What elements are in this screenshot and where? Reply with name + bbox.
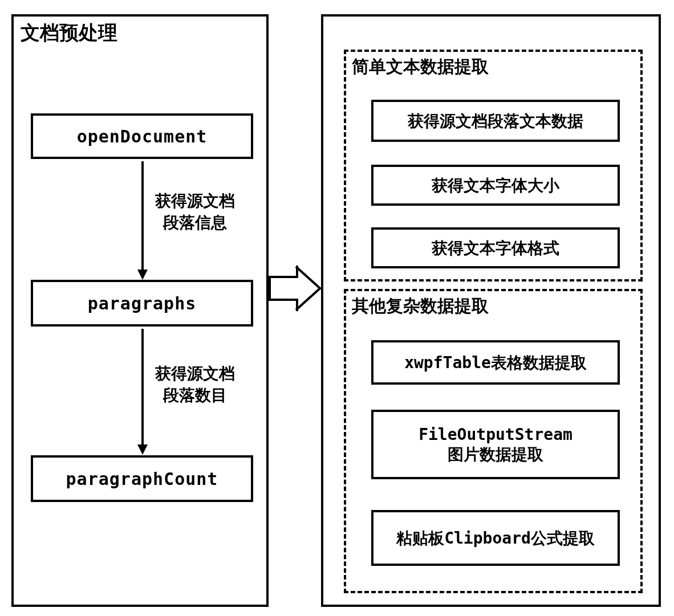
- step2-label: paragraphs: [88, 293, 197, 313]
- step1-label: openDocument: [77, 127, 208, 146]
- left-container: 文档预处理 openDocument 获得源文档 段落信息 paragraphs…: [11, 14, 269, 607]
- simple-title: 简单文本数据提取: [352, 55, 489, 79]
- arrow-2-head: [137, 444, 148, 455]
- big-arrow-right: [269, 266, 321, 311]
- diagram-root: 文档预处理 openDocument 获得源文档 段落信息 paragraphs…: [0, 0, 674, 616]
- arrow-2: [141, 329, 144, 446]
- arrow-1: [141, 161, 144, 271]
- arrow-2-label: 获得源文档 段落数目: [155, 363, 235, 406]
- simple-item-2: 获得文本字体大小: [371, 165, 620, 206]
- complex-item-2: FileOutputStream 图片数据提取: [371, 410, 620, 479]
- step-paragraph-count: paragraphCount: [31, 455, 253, 502]
- simple-item-1-label: 获得源文档段落文本数据: [408, 111, 583, 131]
- step-paragraphs: paragraphs: [31, 280, 253, 327]
- step-open-document: openDocument: [31, 113, 253, 159]
- complex-item-1-label: xwpfTable表格数据提取: [404, 353, 587, 373]
- arrow-1-head: [137, 270, 148, 280]
- simple-item-1: 获得源文档段落文本数据: [371, 100, 620, 142]
- step3-label: paragraphCount: [66, 469, 218, 489]
- simple-extract-box: 简单文本数据提取 获得源文档段落文本数据 获得文本字体大小 获得文本字体格式: [344, 50, 643, 282]
- simple-item-2-label: 获得文本字体大小: [432, 176, 559, 195]
- complex-item-3-label: 粘贴板Clipboard公式提取: [396, 528, 595, 548]
- complex-item-1: xwpfTable表格数据提取: [371, 340, 620, 385]
- right-container: 简单文本数据提取 获得源文档段落文本数据 获得文本字体大小 获得文本字体格式 其…: [321, 14, 661, 607]
- complex-title: 其他复杂数据提取: [352, 295, 489, 318]
- simple-item-3-label: 获得文本字体格式: [432, 238, 559, 258]
- arrow-1-label: 获得源文档 段落信息: [155, 190, 235, 234]
- simple-item-3: 获得文本字体格式: [371, 227, 620, 268]
- left-title: 文档预处理: [21, 20, 117, 46]
- complex-item-3: 粘贴板Clipboard公式提取: [371, 510, 620, 566]
- complex-item-2-label: FileOutputStream 图片数据提取: [419, 425, 573, 464]
- complex-extract-box: 其他复杂数据提取 xwpfTable表格数据提取 FileOutputStrea…: [344, 289, 643, 593]
